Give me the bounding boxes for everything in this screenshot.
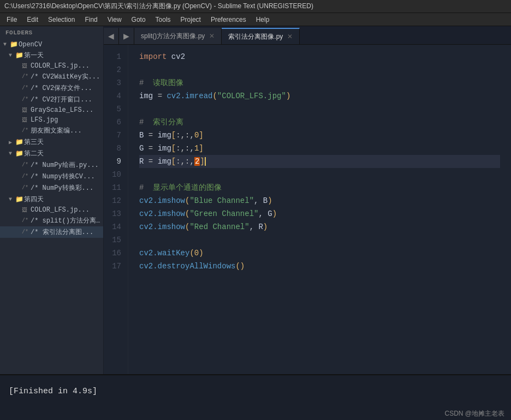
folder-icon: 📁: [15, 138, 24, 146]
sidebar-item[interactable]: /*/* NumPy绘画.py...: [0, 159, 103, 171]
main-area: FOLDERS ▼📁OpenCV▼📁第一天 🖼COLOR_LFS.jp... /…: [0, 26, 511, 374]
folder-icon: 📁: [15, 51, 24, 59]
tabs-bar: ◀ ▶ split()方法分离图像.py ✕ 索引法分离图像.py ✕: [104, 26, 511, 45]
line-number-1: 1: [104, 50, 128, 63]
tab-split[interactable]: split()方法分离图像.py ✕: [134, 28, 222, 44]
file-icon: 🖼: [22, 63, 31, 69]
sidebar-item[interactable]: 🖼LFS.jpg: [0, 115, 103, 125]
sidebar-item-label: COLOR_LFS.jp...: [31, 206, 90, 214]
menu-item-help[interactable]: Help: [252, 15, 274, 25]
folder-icon: 📁: [15, 195, 24, 203]
sidebar: FOLDERS ▼📁OpenCV▼📁第一天 🖼COLOR_LFS.jp... /…: [0, 26, 104, 374]
sidebar-item-label: 第三天: [24, 137, 44, 147]
menu-item-goto[interactable]: Goto: [127, 15, 150, 25]
file-icon: /*: [22, 185, 31, 191]
menu-item-selection[interactable]: Selection: [44, 15, 79, 25]
code-line-2: [139, 63, 500, 76]
sidebar-item-label: /* split()方法分离...: [31, 216, 103, 225]
sidebar-item[interactable]: 🖼COLOR_LFS.jp...: [0, 205, 103, 215]
console-panel: [Finished in 4.9s]: [0, 374, 511, 407]
sidebar-item-label: /* CV2保存文件...: [31, 83, 92, 93]
comment-body: 索引分离: [144, 118, 183, 127]
sidebar-item[interactable]: 🖼COLOR_LFS.jp...: [0, 61, 103, 71]
sidebar-item[interactable]: /*/* NumPy转换彩...: [0, 182, 103, 194]
comment-body: 读取图像: [144, 79, 183, 87]
code-container[interactable]: 1234567891011121314151617 import cv2 # 读…: [104, 45, 511, 374]
file-icon: /*: [22, 229, 31, 235]
code-line-11: # 显示单个通道的图像: [139, 181, 500, 194]
sidebar-item-label: 第四天: [24, 195, 44, 204]
title-bar: C:\Users\27316\Desktop\OpenCV\第四天\索引法分离图…: [0, 0, 511, 13]
code-content[interactable]: import cv2 # 读取图像img = cv2.imread("COLOR…: [128, 45, 511, 374]
tab-index-close[interactable]: ✕: [287, 33, 293, 40]
code-line-1: import cv2: [139, 50, 500, 63]
file-icon: /*: [22, 162, 31, 168]
line-number-7: 7: [104, 129, 128, 142]
line-numbers: 1234567891011121314151617: [104, 45, 128, 374]
sidebar-item-label: 第一天: [24, 51, 44, 60]
code-line-8: G = img[:,:,1]: [139, 142, 500, 155]
sidebar-item[interactable]: 🖼GrayScale_LFS...: [0, 105, 103, 115]
sidebar-item[interactable]: /*/* CV2打开窗口...: [0, 94, 103, 105]
code-line-15: [139, 233, 500, 247]
sidebar-item-label: /* NumPy转换彩...: [31, 183, 93, 193]
sidebar-item[interactable]: /*朋友圈文案编...: [0, 125, 103, 136]
tab-nav-left[interactable]: ◀: [104, 28, 119, 44]
sidebar-item[interactable]: ▼📁第四天: [0, 194, 103, 205]
menu-item-find[interactable]: Find: [80, 15, 102, 25]
sidebar-item[interactable]: /*/* CV2保存文件...: [0, 82, 103, 94]
file-icon: /*: [22, 128, 31, 134]
menu-item-project[interactable]: Project: [176, 15, 205, 25]
sidebar-item[interactable]: /*/* Numpy转换CV...: [0, 171, 103, 182]
code-line-3: # 读取图像: [139, 76, 500, 89]
line-number-15: 15: [104, 233, 128, 247]
sidebar-item-label: /* NumPy绘画.py...: [31, 160, 99, 170]
sidebar-item[interactable]: /*/* CV2WaitKey实...: [0, 71, 103, 82]
watermark-text: CSDN @地摊主老表: [444, 409, 504, 418]
string-arg: "COLOR_LFS.jpg": [217, 92, 286, 100]
menu-item-tools[interactable]: Tools: [151, 15, 175, 25]
sidebar-item[interactable]: ▼📁OpenCV: [0, 39, 103, 50]
folder-arrow-icon: ▼: [3, 41, 10, 47]
menu-item-preferences[interactable]: Preferences: [206, 15, 251, 25]
sidebar-item[interactable]: /*/* 索引法分离图...: [0, 226, 103, 238]
line-number-11: 11: [104, 181, 128, 194]
code-line-7: B = img[:,:,0]: [139, 129, 500, 142]
sidebar-item[interactable]: ▼📁第一天: [0, 50, 103, 61]
file-icon: 🖼: [22, 207, 31, 213]
sidebar-item-label: /* CV2WaitKey实...: [31, 72, 100, 81]
sidebar-item-label: 朋友圈文案编...: [31, 126, 82, 135]
folder-icon: 📁: [15, 149, 24, 158]
file-icon: /*: [22, 97, 31, 103]
menu-item-view[interactable]: View: [103, 15, 126, 25]
line-number-10: 10: [104, 168, 128, 181]
code-line-4: img = cv2.imread("COLOR_LFS.jpg"): [139, 89, 500, 103]
sidebar-item-label: GrayScale_LFS...: [31, 106, 93, 114]
sidebar-item-label: /* 索引法分离图...: [31, 227, 93, 237]
console-text: [Finished in 4.9s]: [9, 387, 97, 396]
folder-arrow-icon: ▼: [9, 52, 15, 58]
sidebar-item[interactable]: ▼📁第二天: [0, 148, 103, 159]
file-icon: 🖼: [22, 117, 31, 123]
line-number-2: 2: [104, 63, 128, 76]
code-line-16: cv2.waitKey(0): [139, 247, 500, 260]
file-icon: /*: [22, 74, 31, 80]
sidebar-item-label: /* CV2打开窗口...: [31, 95, 92, 104]
tab-index[interactable]: 索引法分离图像.py ✕: [222, 28, 300, 44]
line-number-13: 13: [104, 207, 128, 220]
sidebar-header: FOLDERS: [0, 26, 103, 39]
menu-item-file[interactable]: File: [2, 15, 21, 25]
sidebar-item[interactable]: /*/* split()方法分离...: [0, 215, 103, 226]
sidebar-item[interactable]: ▶📁第三天: [0, 136, 103, 148]
folder-icon: 📁: [10, 40, 19, 49]
line-number-16: 16: [104, 247, 128, 260]
file-icon: /*: [22, 85, 31, 91]
tab-nav-right[interactable]: ▶: [119, 28, 134, 44]
menu-bar: FileEditSelectionFindViewGotoToolsProjec…: [0, 13, 511, 26]
tab-split-close[interactable]: ✕: [209, 32, 215, 40]
menu-item-edit[interactable]: Edit: [22, 15, 43, 25]
code-line-13: cv2.imshow("Green Channel", G): [139, 207, 500, 220]
editor-area: ◀ ▶ split()方法分离图像.py ✕ 索引法分离图像.py ✕ 1234…: [104, 26, 511, 374]
sidebar-item-label: LFS.jpg: [31, 116, 58, 124]
folder-arrow-icon: ▶: [9, 139, 15, 146]
